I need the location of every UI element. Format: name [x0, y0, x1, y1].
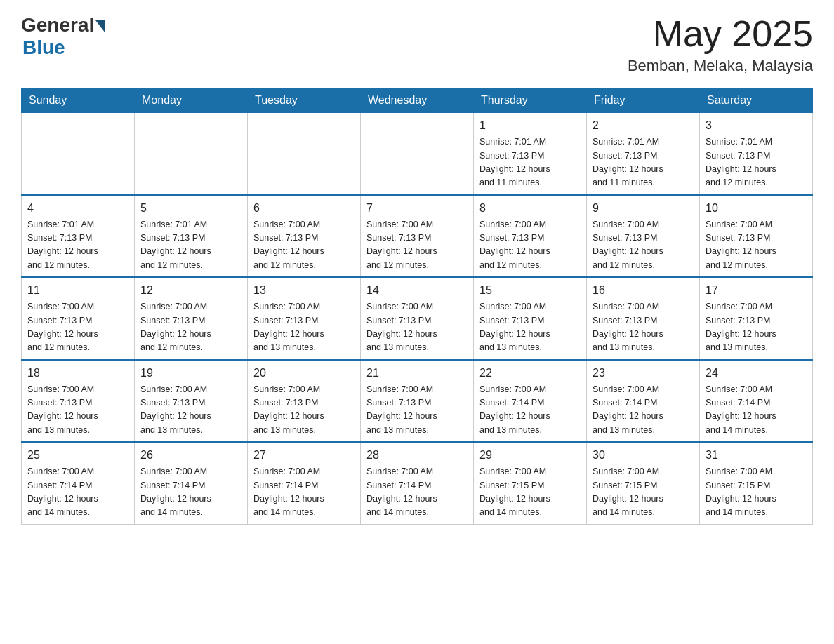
day-number: 22 [479, 365, 581, 382]
day-number: 3 [706, 117, 807, 134]
calendar-day-cell: 26Sunrise: 7:00 AMSunset: 7:14 PMDayligh… [135, 442, 248, 524]
header-saturday: Saturday [700, 88, 813, 113]
day-number: 26 [140, 447, 241, 464]
day-info: Sunrise: 7:00 AMSunset: 7:13 PMDaylight:… [706, 218, 807, 273]
day-info: Sunrise: 7:01 AMSunset: 7:13 PMDaylight:… [479, 135, 581, 190]
day-number: 8 [479, 200, 581, 217]
calendar-day-cell: 6Sunrise: 7:00 AMSunset: 7:13 PMDaylight… [248, 195, 361, 278]
day-number: 19 [140, 365, 241, 382]
day-info: Sunrise: 7:00 AMSunset: 7:14 PMDaylight:… [706, 383, 807, 438]
day-info: Sunrise: 7:00 AMSunset: 7:13 PMDaylight:… [479, 218, 581, 273]
calendar-day-cell: 22Sunrise: 7:00 AMSunset: 7:14 PMDayligh… [474, 360, 587, 443]
day-number: 14 [366, 282, 468, 299]
calendar-day-cell: 17Sunrise: 7:00 AMSunset: 7:13 PMDayligh… [700, 277, 813, 360]
day-number: 18 [27, 365, 128, 382]
calendar-day-cell: 30Sunrise: 7:00 AMSunset: 7:15 PMDayligh… [587, 442, 700, 524]
day-number: 25 [27, 447, 128, 464]
calendar-header-row: Sunday Monday Tuesday Wednesday Thursday… [22, 88, 813, 113]
day-info: Sunrise: 7:00 AMSunset: 7:13 PMDaylight:… [140, 383, 241, 438]
calendar-day-cell: 13Sunrise: 7:00 AMSunset: 7:13 PMDayligh… [248, 277, 361, 360]
day-info: Sunrise: 7:00 AMSunset: 7:15 PMDaylight:… [593, 465, 694, 520]
day-number: 15 [479, 282, 581, 299]
day-info: Sunrise: 7:00 AMSunset: 7:14 PMDaylight:… [253, 465, 355, 520]
day-number: 7 [366, 200, 468, 217]
day-info: Sunrise: 7:00 AMSunset: 7:13 PMDaylight:… [27, 383, 128, 438]
calendar-day-cell: 28Sunrise: 7:00 AMSunset: 7:14 PMDayligh… [361, 442, 474, 524]
day-number: 28 [366, 447, 468, 464]
calendar-day-cell: 9Sunrise: 7:00 AMSunset: 7:13 PMDaylight… [587, 195, 700, 278]
calendar-day-cell: 27Sunrise: 7:00 AMSunset: 7:14 PMDayligh… [248, 442, 361, 524]
calendar-day-cell: 8Sunrise: 7:00 AMSunset: 7:13 PMDaylight… [474, 195, 587, 278]
calendar-day-cell: 29Sunrise: 7:00 AMSunset: 7:15 PMDayligh… [474, 442, 587, 524]
header-sunday: Sunday [22, 88, 135, 113]
calendar-day-cell: 11Sunrise: 7:00 AMSunset: 7:13 PMDayligh… [22, 277, 135, 360]
calendar-day-cell [248, 113, 361, 195]
day-number: 2 [593, 117, 694, 134]
calendar-week-row-1: 1Sunrise: 7:01 AMSunset: 7:13 PMDaylight… [22, 113, 813, 195]
calendar-day-cell: 31Sunrise: 7:00 AMSunset: 7:15 PMDayligh… [700, 442, 813, 524]
day-number: 16 [593, 282, 694, 299]
logo-top: General [21, 14, 105, 36]
calendar-day-cell: 1Sunrise: 7:01 AMSunset: 7:13 PMDaylight… [474, 113, 587, 195]
calendar-week-row-5: 25Sunrise: 7:00 AMSunset: 7:14 PMDayligh… [22, 442, 813, 524]
day-info: Sunrise: 7:01 AMSunset: 7:13 PMDaylight:… [706, 135, 807, 190]
logo-blue-text: Blue [22, 36, 65, 59]
day-info: Sunrise: 7:00 AMSunset: 7:13 PMDaylight:… [479, 300, 581, 355]
day-info: Sunrise: 7:00 AMSunset: 7:13 PMDaylight:… [27, 300, 128, 355]
day-number: 24 [706, 365, 807, 382]
calendar-day-cell: 15Sunrise: 7:00 AMSunset: 7:13 PMDayligh… [474, 277, 587, 360]
day-info: Sunrise: 7:00 AMSunset: 7:13 PMDaylight:… [253, 218, 355, 273]
calendar-day-cell: 20Sunrise: 7:00 AMSunset: 7:13 PMDayligh… [248, 360, 361, 443]
page-header: General Blue May 2025 Bemban, Melaka, Ma… [21, 14, 813, 75]
day-info: Sunrise: 7:00 AMSunset: 7:13 PMDaylight:… [253, 383, 355, 438]
day-info: Sunrise: 7:00 AMSunset: 7:13 PMDaylight:… [140, 300, 241, 355]
day-number: 10 [706, 200, 807, 217]
day-info: Sunrise: 7:00 AMSunset: 7:14 PMDaylight:… [479, 383, 581, 438]
day-info: Sunrise: 7:00 AMSunset: 7:13 PMDaylight:… [253, 300, 355, 355]
day-info: Sunrise: 7:00 AMSunset: 7:13 PMDaylight:… [706, 300, 807, 355]
day-number: 23 [593, 365, 694, 382]
day-info: Sunrise: 7:00 AMSunset: 7:14 PMDaylight:… [366, 465, 468, 520]
calendar-day-cell [22, 113, 135, 195]
day-info: Sunrise: 7:00 AMSunset: 7:14 PMDaylight:… [593, 383, 694, 438]
calendar-day-cell: 19Sunrise: 7:00 AMSunset: 7:13 PMDayligh… [135, 360, 248, 443]
day-info: Sunrise: 7:01 AMSunset: 7:13 PMDaylight:… [27, 218, 128, 273]
day-info: Sunrise: 7:00 AMSunset: 7:13 PMDaylight:… [593, 218, 694, 273]
calendar-week-row-2: 4Sunrise: 7:01 AMSunset: 7:13 PMDaylight… [22, 195, 813, 278]
logo-arrow-icon [95, 20, 105, 33]
calendar-day-cell: 14Sunrise: 7:00 AMSunset: 7:13 PMDayligh… [361, 277, 474, 360]
day-number: 17 [706, 282, 807, 299]
calendar-day-cell [135, 113, 248, 195]
calendar-day-cell: 12Sunrise: 7:00 AMSunset: 7:13 PMDayligh… [135, 277, 248, 360]
day-number: 13 [253, 282, 355, 299]
calendar-day-cell: 3Sunrise: 7:01 AMSunset: 7:13 PMDaylight… [700, 113, 813, 195]
day-number: 29 [479, 447, 581, 464]
header-friday: Friday [587, 88, 700, 113]
day-info: Sunrise: 7:00 AMSunset: 7:14 PMDaylight:… [140, 465, 241, 520]
day-number: 30 [593, 447, 694, 464]
day-number: 6 [253, 200, 355, 217]
day-number: 5 [140, 200, 241, 217]
header-monday: Monday [135, 88, 248, 113]
calendar-table: Sunday Monday Tuesday Wednesday Thursday… [21, 88, 813, 525]
day-info: Sunrise: 7:00 AMSunset: 7:13 PMDaylight:… [366, 218, 468, 273]
logo: General Blue [21, 14, 105, 59]
calendar-day-cell: 7Sunrise: 7:00 AMSunset: 7:13 PMDaylight… [361, 195, 474, 278]
day-number: 1 [479, 117, 581, 134]
logo-general-text: General [21, 14, 94, 36]
calendar-day-cell: 16Sunrise: 7:00 AMSunset: 7:13 PMDayligh… [587, 277, 700, 360]
calendar-day-cell: 24Sunrise: 7:00 AMSunset: 7:14 PMDayligh… [700, 360, 813, 443]
calendar-day-cell: 25Sunrise: 7:00 AMSunset: 7:14 PMDayligh… [22, 442, 135, 524]
title-block: May 2025 Bemban, Melaka, Malaysia [628, 14, 813, 75]
calendar-day-cell: 23Sunrise: 7:00 AMSunset: 7:14 PMDayligh… [587, 360, 700, 443]
header-thursday: Thursday [474, 88, 587, 113]
calendar-day-cell: 5Sunrise: 7:01 AMSunset: 7:13 PMDaylight… [135, 195, 248, 278]
calendar-week-row-3: 11Sunrise: 7:00 AMSunset: 7:13 PMDayligh… [22, 277, 813, 360]
day-number: 21 [366, 365, 468, 382]
day-info: Sunrise: 7:01 AMSunset: 7:13 PMDaylight:… [140, 218, 241, 273]
day-info: Sunrise: 7:00 AMSunset: 7:15 PMDaylight:… [706, 465, 807, 520]
day-info: Sunrise: 7:00 AMSunset: 7:15 PMDaylight:… [479, 465, 581, 520]
day-number: 31 [706, 447, 807, 464]
calendar-day-cell: 10Sunrise: 7:00 AMSunset: 7:13 PMDayligh… [700, 195, 813, 278]
day-info: Sunrise: 7:00 AMSunset: 7:13 PMDaylight:… [366, 300, 468, 355]
